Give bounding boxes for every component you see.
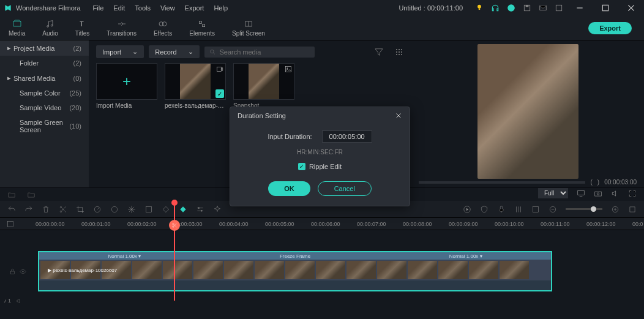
audio-track-header[interactable]: ♪ 1 <box>0 291 36 310</box>
tracks-area[interactable]: Normal 1.00x ▾ Freeze Frame Normal 1.00x… <box>36 230 644 319</box>
tab-elements[interactable]: Elements <box>181 17 223 39</box>
bracket-right-icon[interactable]: ) <box>597 179 599 186</box>
menu-view[interactable]: View <box>160 4 175 12</box>
tab-audio[interactable]: Audio <box>34 17 67 39</box>
export-button[interactable]: Export <box>588 22 632 34</box>
settings-icon[interactable] <box>555 4 563 12</box>
zoom-fit-icon[interactable] <box>628 205 637 214</box>
zoom-in-icon[interactable] <box>611 205 620 214</box>
save-icon[interactable] <box>523 4 531 12</box>
mail-icon[interactable] <box>539 4 547 12</box>
folder-icon[interactable] <box>27 190 36 199</box>
svg-rect-40 <box>146 206 151 212</box>
tab-transitions[interactable]: Transitions <box>98 17 145 39</box>
menu-tools[interactable]: Tools <box>135 4 151 12</box>
ripple-edit-checkbox[interactable]: ✓ Ripple Edit <box>241 163 399 170</box>
media-grid: + Import Media ✓ pexels-вальдемар-10026.… <box>96 63 404 109</box>
svg-point-42 <box>201 210 202 211</box>
preview-controls: Full <box>419 188 637 198</box>
media-item[interactable]: ✓ pexels-вальдемар-10026... <box>165 63 226 109</box>
svg-rect-4 <box>526 5 529 7</box>
playhead[interactable] <box>174 203 175 301</box>
tab-media[interactable]: Media <box>0 17 34 39</box>
search-icon <box>209 48 216 56</box>
sidebar-item-sample-video[interactable]: Sample Video(20) <box>0 100 89 115</box>
lightbulb-icon[interactable] <box>475 4 484 12</box>
media-item[interactable]: Snapshot <box>233 63 294 109</box>
timeline-ruler[interactable]: 00:00:00:0000:00:01:0000:00:02:0000:00:0… <box>0 218 644 230</box>
duration-input[interactable] <box>322 130 372 143</box>
preview-viewport[interactable] <box>419 44 637 179</box>
sidebar-item-sample-green[interactable]: Sample Green Screen(10) <box>0 115 89 137</box>
sidebar-item-folder[interactable]: Folder(2) <box>0 56 89 70</box>
app-title: Wondershare Filmora <box>16 4 81 12</box>
crop-icon[interactable] <box>76 205 84 214</box>
headphones-icon[interactable] <box>491 4 500 12</box>
keyframe-icon[interactable] <box>162 205 170 214</box>
cut-icon[interactable] <box>59 205 67 214</box>
menu-help[interactable]: Help <box>214 4 228 12</box>
render-icon[interactable] <box>531 205 540 214</box>
shield-icon[interactable] <box>480 205 489 214</box>
preview-seekbar[interactable]: ( ) 00:00:03:00 <box>419 179 637 186</box>
tab-label: Split Screen <box>232 30 265 37</box>
minimize-button[interactable] <box>571 0 589 16</box>
tab-splitscreen[interactable]: Split Screen <box>223 17 274 39</box>
bracket-left-icon[interactable]: ( <box>590 179 592 186</box>
record-dropdown[interactable]: Record⌄ <box>149 45 199 58</box>
close-button[interactable] <box>622 0 640 16</box>
search-input[interactable] <box>219 48 309 56</box>
menu-export[interactable]: Export <box>185 4 204 12</box>
marker-icon[interactable] <box>179 205 187 214</box>
play-icon[interactable] <box>463 205 471 214</box>
lock-icon[interactable] <box>9 268 16 275</box>
zoom-slider[interactable] <box>566 208 602 210</box>
video-clip[interactable]: Normal 1.00x ▾ Freeze Frame Normal 1.00x… <box>38 251 552 291</box>
cancel-button[interactable]: Cancel <box>318 181 372 196</box>
monitor-icon[interactable] <box>577 189 585 198</box>
filter-icon[interactable] <box>373 47 384 58</box>
menu-edit[interactable]: Edit <box>113 4 125 12</box>
mute-icon[interactable] <box>16 298 23 304</box>
greenscreen-icon[interactable] <box>144 205 153 214</box>
timeline: ♪ 1 Normal 1.00x ▾ Freeze Frame Normal 1… <box>0 230 644 319</box>
snapshot-icon[interactable] <box>594 189 602 198</box>
color-icon[interactable] <box>110 205 119 214</box>
svg-point-53 <box>173 223 174 225</box>
sidebar-item-sample-color[interactable]: Sample Color(25) <box>0 86 89 100</box>
svg-rect-15 <box>203 24 205 27</box>
mic-icon[interactable] <box>497 205 506 214</box>
sidebar-item-shared-media[interactable]: ▸ Shared Media(0) <box>0 70 89 86</box>
scissors-badge-icon[interactable] <box>169 220 180 231</box>
freeze-icon[interactable] <box>127 205 136 214</box>
zoom-out-icon[interactable] <box>549 205 557 214</box>
video-track-header[interactable] <box>0 251 36 291</box>
ruler-tick: 00:00:09:00 <box>449 221 478 227</box>
adjust-icon[interactable] <box>196 205 204 214</box>
menu-file[interactable]: File <box>93 4 104 12</box>
volume-icon[interactable] <box>611 189 620 198</box>
ok-button[interactable]: OK <box>268 181 310 196</box>
eye-icon[interactable] <box>20 268 26 275</box>
import-dropdown[interactable]: Import⌄ <box>96 45 144 58</box>
fit-select[interactable]: Full <box>538 188 568 198</box>
tab-effects[interactable]: Effects <box>145 17 181 39</box>
folder-out-icon[interactable] <box>7 190 16 199</box>
redo-icon[interactable] <box>24 205 33 214</box>
delete-icon[interactable] <box>42 205 50 214</box>
grid-view-icon[interactable] <box>394 47 404 57</box>
fullscreen-icon[interactable] <box>628 189 637 198</box>
maximize-button[interactable] <box>596 0 615 16</box>
media-item-import[interactable]: + Import Media <box>96 63 157 109</box>
user-icon[interactable] <box>507 4 515 12</box>
close-icon[interactable] <box>395 112 402 119</box>
tab-titles[interactable]: TTitles <box>67 17 99 39</box>
video-icon <box>215 65 224 73</box>
search-box[interactable] <box>204 47 315 58</box>
sidebar-item-project-media[interactable]: ▸ Project Media(2) <box>0 40 89 56</box>
undo-icon[interactable] <box>7 205 16 214</box>
effects-icon[interactable] <box>213 205 222 214</box>
timeline-options-icon[interactable] <box>6 220 15 228</box>
mixer-icon[interactable] <box>514 205 523 214</box>
speed-icon[interactable] <box>93 205 102 214</box>
